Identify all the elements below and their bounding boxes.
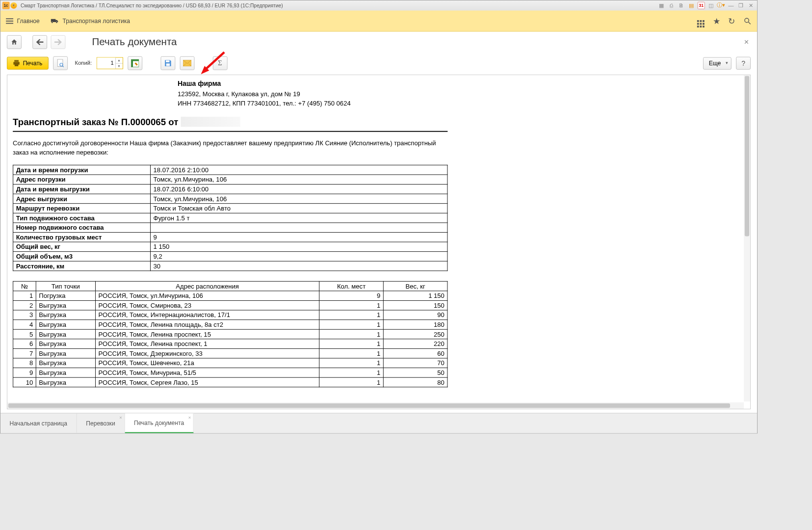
back-button[interactable] [32,35,47,49]
email-button[interactable] [180,56,194,70]
table-cell: Выгрузка [36,300,95,310]
titlebar-dropdown-icon[interactable]: ▾ [10,2,17,8]
table-cell: 1 [319,300,384,310]
page-title: Печать документа [92,36,177,48]
info-row: Расстояние, км30 [13,261,447,271]
window-close-icon[interactable]: ✕ [747,1,755,9]
titlebar-calc-icon[interactable]: ▤ [687,1,696,9]
company-ids: ИНН 7734682712, КПП 773401001, тел.: +7 … [178,99,745,108]
table-cell: 3 [13,310,36,320]
info-row: Общий объем, м39,2 [13,251,447,261]
search-icon[interactable] [743,17,752,25]
table-cell: РОССИЯ, Томск, Мичурина, 51/5 [96,368,319,377]
pts-header: № [13,281,36,291]
pts-header: Кол. мест [319,281,384,291]
horizontal-scrollbar[interactable] [7,402,744,409]
vertical-scrollbar[interactable] [744,75,750,401]
print-button[interactable]: Печать [7,57,49,70]
home-button[interactable] [7,35,22,49]
title-rule [13,131,447,132]
info-row: Тип подвижного составаФургон 1.5 т [13,213,447,223]
info-value: Томск, ул.Мичурина, 106 [150,194,447,204]
info-key: Маршрут перевозки [13,203,151,213]
window-minimize-icon[interactable]: — [727,1,735,9]
home-icon [10,38,18,46]
history-icon[interactable]: ↻ [728,16,735,26]
forward-button [51,35,66,49]
info-value: Фургон 1.5 т [150,213,447,223]
table-row: 4ВыгрузкаРОССИЯ, Томск, Ленина площадь, … [13,319,447,329]
table-cell: 1 [319,358,384,368]
table-cell: 1 [319,368,384,377]
copies-spinner[interactable]: ▲ ▼ [96,57,123,69]
document-viewport[interactable]: Наша фирма 123592, Москва г, Кулакова ул… [7,75,751,409]
nav-logistics[interactable]: Транспортная логистика [51,17,130,24]
tab-close-icon[interactable]: × [188,415,191,420]
svg-line-1 [749,22,751,24]
print-button-label: Печать [23,60,43,67]
table-row: 6ВыгрузкаРОССИЯ, Томск, Ленина проспект,… [13,339,447,348]
tab-start[interactable]: Начальная страница [0,413,77,433]
spinner-down-icon[interactable]: ▼ [116,63,123,69]
window-titlebar: 1c ▾ Смарт Транспортная Логистика / ТЛ.С… [0,0,757,11]
info-row: Общий вес, кг1 150 [13,242,447,252]
titlebar-info-icon[interactable]: ⓘ▾ [717,1,725,9]
info-key: Общий вес, кг [13,242,151,252]
more-button[interactable]: Еще [703,57,732,69]
floppy-icon [164,59,171,67]
table-row: 9ВыгрузкаРОССИЯ, Томск, Мичурина, 51/515… [13,368,447,377]
sigma-icon: Σ [218,59,222,67]
table-row: 7ВыгрузкаРОССИЯ, Томск, Дзержинского, 33… [13,348,447,358]
titlebar-doc-icon[interactable]: 🗎 [678,1,686,9]
tab-close-icon[interactable]: × [119,415,122,420]
table-cell: Выгрузка [36,319,95,329]
pts-header: Тип точки [36,281,95,291]
favorites-star-icon[interactable]: ★ [713,16,720,26]
titlebar-icon-1[interactable]: ▦ [657,1,666,9]
app-logo-icon: 1c [2,1,10,9]
sum-button[interactable]: Σ [212,56,227,70]
table-cell: РОССИЯ, Томск, Дзержинского, 33 [96,348,319,358]
tab-perevozki[interactable]: Перевозки × [77,413,125,433]
company-name: Наша фирма [178,79,745,89]
info-value [150,222,447,232]
copies-input[interactable] [97,58,115,69]
titlebar-print-icon[interactable]: ⎙ [667,1,676,9]
info-key: Адрес погрузки [13,174,151,184]
table-cell: 1 [319,310,384,320]
table-cell: РОССИЯ, Томск, Сергея Лазо, 15 [96,377,319,387]
tab-print-document[interactable]: Печать документа × [125,413,193,433]
preview-button[interactable] [53,56,68,70]
pts-header: Адрес расположения [96,281,319,291]
company-address: 123592, Москва г, Кулакова ул, дом № 19 [178,89,745,99]
apps-grid-icon[interactable] [697,14,705,27]
window-restore-icon[interactable]: ❐ [737,1,745,9]
edit-template-button[interactable] [128,56,142,70]
table-cell: Выгрузка [36,348,95,358]
table-cell: 1 [319,329,384,339]
table-cell: 220 [383,339,447,348]
table-cell: 50 [383,368,447,377]
document-date-redacted [181,117,240,127]
svg-point-0 [745,18,749,22]
help-button[interactable]: ? [736,57,751,70]
page-close-icon[interactable]: × [744,37,751,47]
tab-print-document-label: Печать документа [134,420,184,426]
nav-home-label: Главное [17,17,40,24]
titlebar-calendar-icon[interactable]: 31 [698,1,705,9]
document-title: Транспортный заказ № П.0000065 от [13,116,745,127]
nav-home[interactable]: Главное [6,17,40,24]
titlebar-panels-icon[interactable]: ◫ [707,1,715,9]
info-row: Дата и время погрузки18.07.2016 2:10:00 [13,165,447,175]
spinner-up-icon[interactable]: ▲ [116,58,123,64]
points-table: №Тип точкиАдрес расположенияКол. местВес… [13,281,447,387]
table-row: 5ВыгрузкаРОССИЯ, Томск, Ленина проспект,… [13,329,447,339]
table-row: 1ПогрузкаРОССИЯ, Томск, ул.Мичурина, 106… [13,291,447,300]
table-cell: 70 [383,358,447,368]
sheet-edit-icon [131,59,139,67]
table-row: 3ВыгрузкаРОССИЯ, Томск, Интернационалист… [13,310,447,320]
info-row: Количество грузовых мест9 [13,232,447,242]
preview-icon [56,59,64,67]
info-key: Адрес выгрузки [13,194,151,204]
save-button[interactable] [160,56,175,70]
